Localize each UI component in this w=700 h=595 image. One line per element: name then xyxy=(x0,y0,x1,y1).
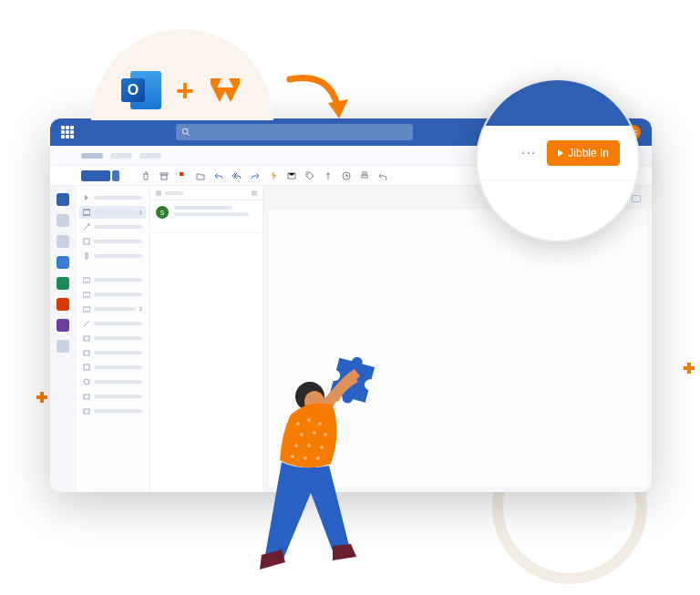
folder-item[interactable] xyxy=(79,390,146,403)
svg-rect-16 xyxy=(363,172,366,175)
more-icon[interactable]: ··· xyxy=(521,145,536,161)
forward-icon[interactable] xyxy=(251,171,260,180)
move-icon[interactable] xyxy=(196,171,205,180)
search-icon xyxy=(181,128,190,137)
svg-point-31 xyxy=(296,422,300,426)
sender-avatar: S xyxy=(156,206,169,219)
svg-point-37 xyxy=(294,444,298,447)
curved-arrow-icon xyxy=(283,68,355,132)
svg-point-0 xyxy=(182,128,188,134)
svg-point-32 xyxy=(307,418,311,422)
folder-item[interactable] xyxy=(79,273,146,286)
svg-point-34 xyxy=(300,433,304,436)
svg-point-40 xyxy=(291,455,294,458)
pin-icon[interactable] xyxy=(324,171,333,180)
svg-rect-11 xyxy=(161,175,167,180)
reply-icon[interactable] xyxy=(214,171,223,180)
svg-rect-24 xyxy=(84,351,89,355)
undo-icon[interactable] xyxy=(378,171,387,180)
svg-point-42 xyxy=(316,457,320,460)
folder-item[interactable] xyxy=(79,317,146,330)
reply-all-icon[interactable] xyxy=(232,171,242,180)
archive-icon[interactable] xyxy=(160,171,169,180)
svg-rect-18 xyxy=(83,210,90,215)
svg-rect-28 xyxy=(84,409,89,414)
folder-item[interactable] xyxy=(79,191,146,204)
snooze-icon[interactable] xyxy=(342,171,351,180)
svg-rect-20 xyxy=(83,278,90,282)
rail-people-icon[interactable] xyxy=(57,235,69,248)
svg-rect-27 xyxy=(84,395,89,399)
play-icon xyxy=(558,149,563,157)
folder-item[interactable] xyxy=(79,375,146,388)
svg-point-36 xyxy=(324,433,327,436)
plus-icon: + xyxy=(176,75,194,106)
print-icon[interactable] xyxy=(360,171,369,180)
quick-step-icon[interactable] xyxy=(269,171,278,180)
message-item[interactable]: S xyxy=(150,200,262,233)
decorative-sparkle xyxy=(684,363,695,374)
folder-item[interactable]: 2 xyxy=(79,303,146,315)
svg-point-38 xyxy=(307,444,311,447)
magnifier-callout: ··· Jibble In xyxy=(476,78,640,242)
new-mail-button[interactable] xyxy=(81,170,110,181)
filter-icon[interactable] xyxy=(252,190,257,196)
folder-item[interactable] xyxy=(79,361,146,374)
rail-mail-icon[interactable] xyxy=(57,193,69,206)
svg-rect-21 xyxy=(83,292,90,297)
folder-pane: 1 2 xyxy=(76,186,150,492)
folder-item[interactable] xyxy=(79,332,146,344)
jibble-logo-icon xyxy=(207,75,243,111)
svg-rect-23 xyxy=(84,336,89,341)
decorative-sparkle xyxy=(36,392,47,403)
svg-point-41 xyxy=(304,457,307,460)
message-list-header xyxy=(150,186,262,200)
rail-excel-icon[interactable] xyxy=(57,277,69,290)
folder-item[interactable] xyxy=(79,235,146,248)
jibble-in-label: Jibble In xyxy=(568,147,609,159)
outlook-logo-icon: O xyxy=(121,69,163,111)
folder-item-inbox[interactable]: 1 xyxy=(79,206,146,219)
outlook-letter: O xyxy=(121,78,145,102)
rail-calendar-icon[interactable] xyxy=(57,214,69,227)
svg-line-1 xyxy=(188,134,190,137)
rail-onenote-icon[interactable] xyxy=(57,319,69,332)
jibble-in-button[interactable]: Jibble In xyxy=(547,140,620,166)
folder-item[interactable] xyxy=(79,250,146,262)
rail-word-icon[interactable] xyxy=(57,256,69,269)
svg-point-33 xyxy=(318,422,322,426)
tag-icon[interactable] xyxy=(305,171,314,180)
svg-point-35 xyxy=(313,431,316,435)
svg-rect-22 xyxy=(83,307,90,312)
svg-rect-19 xyxy=(84,239,89,244)
folder-item[interactable] xyxy=(79,288,146,301)
rail-more-icon[interactable] xyxy=(57,340,69,353)
svg-point-39 xyxy=(320,446,324,449)
read-icon[interactable] xyxy=(287,171,296,180)
delete-icon[interactable] xyxy=(141,171,150,180)
folder-item[interactable] xyxy=(79,346,146,359)
person-illustration xyxy=(242,340,406,577)
more-icon[interactable] xyxy=(632,195,641,202)
svg-rect-25 xyxy=(84,364,89,370)
svg-point-26 xyxy=(84,379,89,385)
svg-point-13 xyxy=(307,173,309,175)
folder-item[interactable] xyxy=(79,405,146,417)
ribbon-tab[interactable] xyxy=(110,153,132,159)
folder-item[interactable] xyxy=(79,221,146,233)
svg-marker-17 xyxy=(85,195,88,200)
flag-icon[interactable] xyxy=(178,171,187,180)
rail-powerpoint-icon[interactable] xyxy=(57,298,69,311)
ribbon-tab[interactable] xyxy=(81,153,103,159)
ribbon-tab[interactable] xyxy=(139,153,161,159)
app-rail xyxy=(50,186,76,492)
integration-badge: O + xyxy=(91,29,273,120)
app-launcher-icon[interactable] xyxy=(61,126,74,138)
close-icon[interactable] xyxy=(156,190,161,196)
